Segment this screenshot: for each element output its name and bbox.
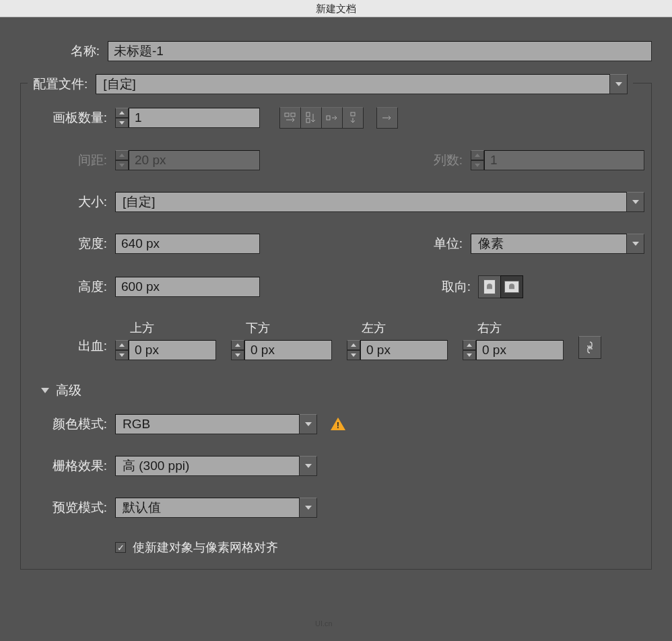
size-dropdown[interactable]: [自定] (115, 192, 627, 212)
profile-dropdown-button[interactable] (610, 74, 628, 94)
orientation-landscape[interactable] (500, 275, 523, 298)
artboards-label: 画板数量: (28, 109, 115, 127)
bleed-bottom-input[interactable] (244, 340, 332, 360)
color-mode-label: 颜色模式: (28, 415, 115, 433)
bleed-right-input[interactable] (476, 340, 564, 360)
orientation-label: 取向: (442, 278, 479, 296)
artboard-arrange-group (280, 107, 364, 129)
columns-label: 列数: (434, 151, 471, 169)
color-mode-dropdown[interactable]: RGB (115, 414, 300, 434)
watermark: UI.cn (315, 619, 333, 628)
units-dropdown-button[interactable] (627, 234, 644, 254)
preview-label: 预览模式: (28, 499, 115, 516)
bleed-top-label: 上方 (115, 320, 216, 336)
portrait-icon (483, 279, 496, 294)
bleed-right-stepper[interactable] (463, 340, 476, 360)
bleed-bottom-stepper[interactable] (231, 340, 244, 360)
chevron-down-icon (305, 464, 312, 468)
link-icon (584, 341, 595, 354)
profile-label: 配置文件: (33, 75, 96, 93)
spacing-stepper (115, 150, 129, 170)
dialog-title: 新建文档 (0, 0, 672, 18)
arrange-down-icon[interactable] (342, 107, 364, 129)
size-dropdown-button[interactable] (627, 192, 644, 212)
arrange-right-icon[interactable] (321, 107, 343, 129)
name-input[interactable] (108, 41, 652, 61)
chevron-down-icon (305, 422, 312, 426)
chevron-down-icon (632, 200, 639, 204)
columns-stepper (471, 150, 484, 170)
link-bleed-button[interactable] (578, 336, 601, 359)
advanced-label: 高级 (56, 382, 81, 399)
grid-col-icon[interactable] (300, 107, 322, 129)
size-label: 大小: (28, 193, 115, 211)
warning-icon: ! (331, 417, 345, 431)
profile-dropdown[interactable]: [自定] (96, 74, 610, 94)
bleed-left-stepper[interactable] (347, 340, 360, 360)
disclosure-triangle-icon (41, 388, 49, 393)
units-label: 单位: (434, 235, 471, 252)
bleed-left-input[interactable] (360, 340, 448, 360)
chevron-down-icon (632, 242, 639, 246)
spacing-label: 间距: (28, 151, 115, 169)
svg-rect-1 (291, 113, 295, 116)
grid-row-icon[interactable] (279, 107, 301, 129)
width-input[interactable] (115, 234, 260, 254)
height-input[interactable] (115, 277, 260, 297)
artboards-input[interactable] (129, 108, 260, 128)
landscape-icon (504, 281, 519, 293)
bleed-left-label: 左方 (347, 320, 448, 336)
chevron-down-icon (615, 82, 622, 86)
advanced-disclosure[interactable]: 高级 (41, 382, 644, 399)
chevron-down-icon (305, 506, 312, 510)
svg-rect-3 (306, 119, 310, 123)
arrange-ltr-icon[interactable] (376, 107, 398, 129)
preview-dropdown[interactable]: 默认值 (115, 498, 300, 518)
bleed-right-label: 右方 (463, 320, 564, 336)
units-dropdown[interactable]: 像素 (471, 234, 627, 254)
height-label: 高度: (28, 278, 115, 296)
raster-dropdown-button[interactable] (300, 456, 317, 476)
svg-rect-0 (285, 113, 289, 116)
svg-rect-5 (351, 112, 355, 116)
width-label: 宽度: (28, 235, 115, 252)
bleed-top-stepper[interactable] (115, 340, 129, 360)
bleed-label: 出血: (28, 320, 115, 355)
color-mode-dropdown-button[interactable] (300, 414, 317, 434)
spacing-input (129, 150, 260, 170)
artboards-stepper[interactable] (115, 108, 129, 128)
preview-dropdown-button[interactable] (300, 498, 317, 518)
bleed-bottom-label: 下方 (231, 320, 332, 336)
bleed-top-input[interactable] (129, 340, 216, 360)
raster-dropdown[interactable]: 高 (300 ppi) (115, 456, 300, 476)
align-pixel-checkbox[interactable]: ✓ (115, 542, 126, 553)
columns-input (484, 150, 644, 170)
svg-rect-4 (327, 116, 330, 120)
raster-label: 栅格效果: (28, 457, 115, 475)
name-label: 名称: (20, 42, 108, 60)
orientation-portrait[interactable] (478, 275, 501, 298)
svg-rect-2 (306, 112, 310, 116)
align-pixel-label: 使新建对象与像素网格对齐 (133, 539, 278, 555)
